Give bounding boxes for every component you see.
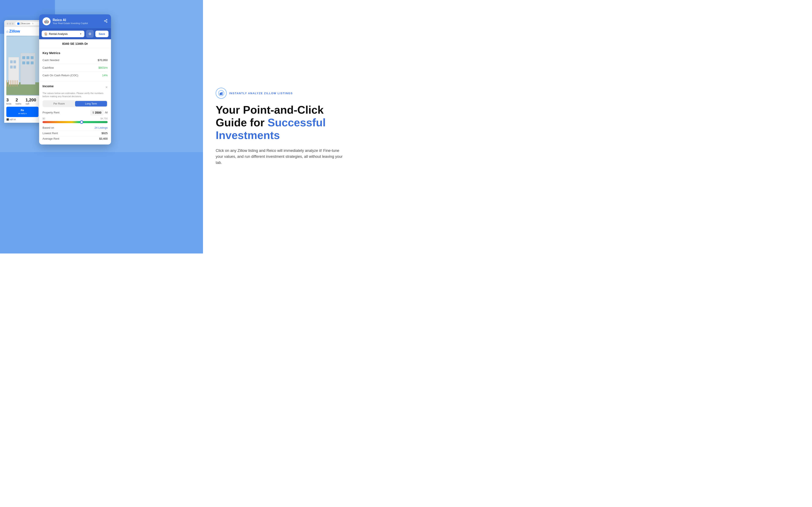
cashflow-label: Cashflow [43, 66, 54, 69]
headline-part2: Guide for [216, 116, 268, 129]
reico-avatar: 🤖 [43, 17, 51, 25]
svg-point-33 [106, 19, 107, 20]
badge-row: INSTANTLY ANALYZE ZILLOW LISTINGS [216, 88, 389, 99]
svg-rect-6 [13, 66, 16, 69]
beds-value: 3 [6, 98, 11, 103]
property-rent-row: Property Rent $ 3500 /M [43, 110, 108, 116]
svg-rect-9 [27, 56, 30, 59]
income-close-button[interactable]: × [105, 85, 108, 90]
property-image-main [6, 36, 40, 96]
browser-dot-yellow [9, 23, 11, 24]
reico-title: Reico AI [53, 18, 88, 22]
main-headline: Your Point-and-Click Guide for Successfu… [216, 104, 389, 142]
headline-part1: Your Point-and-Click [216, 104, 323, 116]
listings-number: 24 [95, 126, 98, 129]
sqft-stat: 1,200 sqft [26, 98, 36, 105]
range-max-label: $4,750 [100, 117, 108, 120]
property-rent-input[interactable]: $ 3500 [90, 110, 103, 116]
income-title: Income [43, 84, 54, 88]
reico-subtitle: Your Real Estate Investing Copilot [53, 22, 88, 24]
baths-label: baths [16, 103, 21, 105]
sub-description: Click on any Zillow listing and Reico wi… [216, 148, 343, 166]
svg-rect-11 [22, 61, 25, 64]
settings-button[interactable]: ⚙ [86, 30, 94, 38]
svg-rect-10 [31, 56, 34, 59]
tab-long-term[interactable]: Long Term [75, 101, 107, 107]
svg-rect-17 [13, 80, 13, 87]
svg-line-37 [105, 20, 106, 21]
save-analysis-button[interactable]: Save [95, 31, 108, 37]
svg-rect-12 [27, 61, 30, 64]
svg-point-34 [104, 20, 105, 21]
cashflow-value: $803/m [99, 66, 108, 69]
zillow-logo-icon: ⌂ [6, 30, 8, 34]
zillow-logo-text: Zillow [9, 29, 20, 34]
svg-rect-18 [15, 80, 15, 87]
based-on-label: Based on [43, 126, 54, 129]
tab-per-room[interactable]: Per Room [43, 101, 75, 107]
slider-thumb [80, 120, 83, 124]
zillow-favicon: z [17, 22, 19, 25]
browser-dots [7, 23, 13, 24]
cash-needed-label: Cash Needed [43, 59, 59, 62]
lowest-rent-label: Lowest Rent [43, 131, 58, 135]
property-address: 8340 SE 134th Dr [39, 39, 111, 48]
badge-label: INSTANTLY ANALYZE ZILLOW LISTINGS [229, 92, 293, 95]
left-panel: z Zillow.com ↻ ⌂ Zillow ♡ Save [0, 0, 203, 253]
baths-stat: 2 baths [16, 98, 21, 105]
browser-dot-green [12, 23, 13, 24]
brand-icon [216, 88, 227, 99]
chevron-down-icon: ▼ [80, 33, 82, 35]
cash-needed-row: Cash Needed $70,950 [43, 57, 108, 63]
analysis-type-label: Rental Analysis [49, 32, 68, 36]
coc-row: Cash On Cash Return (COC) 14% [43, 72, 108, 78]
headline-blue: Successful [268, 116, 326, 129]
beds-label: beds [6, 103, 11, 105]
average-rent-row: Average Rent $3,400 [43, 137, 108, 140]
svg-rect-13 [31, 61, 34, 64]
range-labels: $0 $4,750 [43, 117, 108, 120]
dollar-sign-icon: $ [92, 111, 94, 114]
rent-range-slider[interactable] [43, 121, 108, 123]
analysis-type-dropdown[interactable]: 🏠 Rental Analysis ▼ [42, 31, 84, 37]
svg-rect-41 [220, 93, 221, 95]
property-rent-label: Property Rent [43, 111, 89, 114]
key-metrics-section: Key Metrics Cash Needed $70,950 Cashflow… [39, 48, 111, 81]
svg-rect-5 [10, 66, 13, 69]
url-text: Zillow.com [20, 22, 30, 25]
based-on-row: Based on 24 Listings [43, 126, 108, 129]
coc-label: Cash On Cash Return (COC) [43, 74, 78, 77]
per-month-label: /M [105, 111, 108, 114]
income-section: Income × The values below are estimates.… [39, 81, 111, 145]
average-rent-label: Average Rent [43, 137, 59, 140]
reico-header: 🤖 Reico AI Your Real Estate Investing Co… [39, 14, 111, 28]
svg-rect-15 [8, 80, 9, 87]
reico-body[interactable]: 8340 SE 134th Dr Key Metrics Cash Needed… [39, 39, 111, 145]
reico-toolbar: 🏠 Rental Analysis ▼ ⚙ Save [39, 28, 111, 39]
svg-point-35 [106, 21, 107, 22]
lot-icon: ⬛ [6, 118, 9, 121]
baths-value: 2 [16, 98, 21, 103]
svg-rect-14 [6, 80, 7, 87]
home-icon: 🏠 [44, 32, 48, 36]
coc-value: 14% [102, 74, 108, 77]
svg-line-36 [105, 21, 106, 22]
share-button[interactable] [104, 19, 108, 24]
svg-rect-4 [13, 60, 16, 63]
cash-needed-value: $70,950 [98, 59, 108, 62]
income-disclaimer: The values below are estimates. Please v… [43, 92, 108, 98]
request-showing-button[interactable]: Re as early a [6, 107, 39, 117]
metrics-title: Key Metrics [43, 51, 108, 55]
sqft-label: sqft [26, 103, 36, 105]
sqft-value: 1,200 [26, 98, 36, 103]
svg-rect-16 [11, 80, 11, 87]
reico-panel: 🤖 Reico AI Your Real Estate Investing Co… [39, 14, 111, 145]
rent-value: 3500 [95, 111, 101, 114]
beds-stat: 3 beds [6, 98, 11, 105]
listings-count: 24 Listings [95, 126, 108, 129]
average-rent-value: $3,400 [99, 137, 108, 140]
rental-tabs: Per Room Long Term [43, 100, 108, 107]
headline-part3: Investments [216, 129, 280, 141]
right-panel: INSTANTLY ANALYZE ZILLOW LISTINGS Your P… [203, 0, 406, 253]
svg-rect-8 [22, 56, 25, 59]
